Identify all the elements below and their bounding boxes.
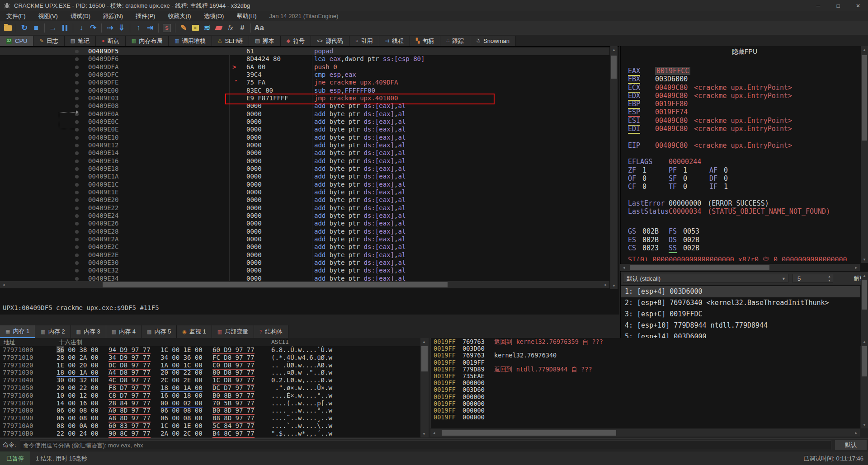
flag-value[interactable]: 002B bbox=[683, 244, 709, 252]
flag-value[interactable]: 0 bbox=[642, 174, 669, 183]
breakpoint-dot-icon[interactable] bbox=[75, 144, 79, 147]
scroll-arrow-icon[interactable]: ◄ bbox=[620, 264, 627, 271]
stack-row[interactable]: 0019FF0019FF bbox=[431, 359, 860, 366]
arguments-vertical-scrollbar[interactable]: ▲▼ bbox=[861, 272, 868, 346]
register-value[interactable]: C0000034 bbox=[669, 207, 701, 216]
memory-dump-row[interactable]: 7797105020 00 22 00F8 D7 97 7718 00 1A 0… bbox=[0, 384, 420, 392]
breakpoint-dot-icon[interactable] bbox=[75, 261, 79, 265]
breakpoint-dot-icon[interactable] bbox=[75, 57, 79, 61]
maximize-button[interactable]: □ bbox=[828, 0, 848, 11]
step-into-button[interactable]: ↓ bbox=[75, 23, 87, 33]
register-value[interactable]: 0019FF74 bbox=[655, 108, 688, 116]
menu-item[interactable]: 跟踪(N) bbox=[97, 11, 129, 21]
breakpoint-dot-icon[interactable] bbox=[75, 151, 79, 155]
register-row[interactable]: ECX00409C80<crackme upx.EntryPoint> bbox=[621, 84, 860, 92]
restart-button[interactable]: ↻ bbox=[19, 23, 30, 33]
disassembly-row[interactable]: 00409E2E0000add byte ptr ds:[eax],al bbox=[0, 251, 609, 259]
scroll-arrow-icon[interactable]: ▲ bbox=[420, 338, 428, 345]
breakpoint-dot-icon[interactable] bbox=[75, 160, 79, 163]
flag-value[interactable]: 002B bbox=[642, 227, 669, 235]
stack-vertical-scrollbar[interactable]: ▲▼ bbox=[861, 338, 868, 428]
source-step-button[interactable]: S bbox=[161, 23, 173, 33]
breakpoint-dot-icon[interactable] bbox=[75, 277, 79, 281]
disassembly-row[interactable]: 00409E160000add byte ptr ds:[eax],al bbox=[0, 157, 609, 165]
menu-item[interactable]: 文件(F) bbox=[0, 11, 32, 21]
register-row[interactable]: ESI00409C80<crackme upx.EntryPoint> bbox=[621, 117, 860, 125]
register-row[interactable]: LastError00000000(ERROR_SUCCESS) bbox=[621, 199, 860, 207]
flag-value[interactable]: 1 bbox=[683, 166, 709, 174]
tab-SEH链[interactable]: ⚠SEH链 bbox=[212, 36, 250, 46]
disassembly-row[interactable]: 00409E120000add byte ptr ds:[eax],al bbox=[0, 141, 609, 149]
scroll-arrow-icon[interactable]: ▼ bbox=[861, 421, 868, 428]
scroll-thumb[interactable] bbox=[421, 346, 428, 371]
flag-value[interactable]: 0053 bbox=[683, 227, 709, 235]
step-out-button[interactable]: ⇓ bbox=[116, 23, 127, 33]
breakpoint-dot-icon[interactable] bbox=[75, 81, 79, 85]
menu-item[interactable]: 视图(V) bbox=[32, 11, 64, 21]
breakpoint-dot-icon[interactable] bbox=[75, 50, 79, 53]
breakpoint-dot-icon[interactable] bbox=[75, 230, 79, 234]
flag-value[interactable]: 0 bbox=[724, 166, 750, 174]
menu-item[interactable]: 插件(P) bbox=[129, 11, 161, 21]
eraser-button[interactable] bbox=[213, 23, 225, 33]
scroll-arrow-icon[interactable]: ▼ bbox=[420, 430, 428, 437]
tab-Snowman[interactable]: ☃Snowman bbox=[470, 36, 516, 46]
hide-fpu-button[interactable]: 隐藏FPU bbox=[621, 48, 868, 56]
breakpoint-dot-icon[interactable] bbox=[75, 198, 79, 202]
stack-row[interactable]: 0019FF779D89返回到 ntdll.779D8944 自 ??? bbox=[431, 366, 860, 372]
memory-dump-row[interactable]: 779710A008 00 0A 0060 83 97 771C 00 1E 0… bbox=[0, 422, 420, 430]
disassembly-row[interactable]: 00409E080000add byte ptr ds:[eax],al bbox=[0, 102, 609, 110]
dump-vertical-scrollbar[interactable]: ▲▼ bbox=[420, 338, 429, 437]
breakpoint-dot-icon[interactable] bbox=[75, 254, 79, 257]
memory-dump-row[interactable]: 7797106010 00 12 00C8 D7 97 7716 00 18 0… bbox=[0, 392, 420, 399]
disassembly-row[interactable]: 00409E0A0000add byte ptr ds:[eax],al bbox=[0, 110, 609, 118]
pause-button[interactable] bbox=[59, 23, 71, 33]
memory-dump-row[interactable]: 7797101028 00 2A 0034 D9 97 7734 00 36 0… bbox=[0, 354, 420, 362]
tab-脚本[interactable]: ▤脚本 bbox=[249, 36, 280, 46]
register-row[interactable]: EBP0019FF80 bbox=[621, 100, 860, 108]
scroll-arrow-icon[interactable]: ► bbox=[853, 429, 860, 437]
breakpoint-dot-icon[interactable] bbox=[75, 97, 79, 100]
register-value[interactable]: 00409C80 bbox=[655, 117, 688, 125]
breakpoint-dot-icon[interactable] bbox=[75, 136, 79, 140]
disassembly-row[interactable]: 00409E220000add byte ptr ds:[eax],al bbox=[0, 204, 609, 212]
step-over-button[interactable]: ↷ bbox=[87, 23, 99, 33]
dump-tab-局部变量[interactable]: ▥局部变量 bbox=[212, 325, 254, 338]
flag-value[interactable]: 0 bbox=[683, 174, 709, 183]
breakpoint-dot-icon[interactable] bbox=[75, 183, 79, 187]
register-row[interactable]: ZF1PF1AF0 bbox=[621, 166, 860, 174]
scroll-thumb[interactable] bbox=[442, 430, 616, 436]
disassembly-row[interactable]: 00409DFE^75 FAjne crackme upx.409DFA bbox=[0, 79, 609, 86]
scroll-thumb[interactable] bbox=[862, 346, 867, 376]
tab-线程[interactable]: ⇉线程 bbox=[379, 36, 410, 46]
disassembly-row[interactable]: 00409DF68D4424 80lea eax,dword ptr ss:[e… bbox=[0, 55, 609, 63]
run-to-user-code-button[interactable]: ⇢ bbox=[104, 23, 116, 33]
disassembly-row[interactable]: 00409E260000add byte ptr ds:[eax],al bbox=[0, 220, 609, 227]
flag-value[interactable]: 002B bbox=[642, 236, 669, 244]
scroll-thumb[interactable] bbox=[862, 55, 867, 140]
tab-笔记[interactable]: ▤笔记 bbox=[65, 36, 96, 46]
tab-断点[interactable]: ●断点 bbox=[96, 36, 126, 46]
memory-dump-row[interactable]: 779710B022 00 24 0090 8C 97 772A 00 2C 0… bbox=[0, 430, 420, 437]
flag-value[interactable]: 0 bbox=[724, 174, 750, 183]
register-row[interactable]: GS002BFS0053 bbox=[621, 227, 860, 235]
scroll-arrow-icon[interactable]: ▲ bbox=[861, 46, 868, 53]
tab-跟踪[interactable]: ∴跟踪 bbox=[440, 36, 470, 46]
scroll-arrow-icon[interactable]: ▲ bbox=[610, 46, 618, 53]
tab-日志[interactable]: ✎日志 bbox=[33, 36, 64, 46]
breakpoint-dot-icon[interactable] bbox=[75, 245, 79, 249]
dump-tab-内存 5[interactable]: ▦内存 5 bbox=[142, 325, 177, 338]
scroll-thumb[interactable] bbox=[611, 56, 617, 79]
font-settings-button[interactable]: Aa bbox=[253, 23, 265, 33]
disassembly-row[interactable]: 00409E140000add byte ptr ds:[eax],al bbox=[0, 149, 609, 157]
disassembly-row[interactable]: 00409E320000add byte ptr ds:[eax],al bbox=[0, 267, 609, 274]
flag-value[interactable]: 0 bbox=[683, 183, 709, 191]
disassembly-row[interactable]: 00409E1C0000add byte ptr ds:[eax],al bbox=[0, 181, 609, 188]
registers-horizontal-scrollbar[interactable]: ◄► bbox=[620, 264, 860, 271]
memory-dump-row[interactable]: 7797109006 00 08 00A8 8D 97 7706 00 08 0… bbox=[0, 414, 420, 422]
fx-button[interactable]: fx bbox=[225, 23, 236, 33]
register-row[interactable]: EFLAGS00000244 bbox=[621, 158, 860, 166]
memory-dump-row[interactable]: 7797108006 00 08 00A0 8D 97 7706 00 08 0… bbox=[0, 407, 420, 414]
dump-tab-监视 1[interactable]: ◉监视 1 bbox=[177, 325, 212, 338]
disassembly-vertical-scrollbar[interactable]: ▲▼ bbox=[610, 46, 618, 289]
